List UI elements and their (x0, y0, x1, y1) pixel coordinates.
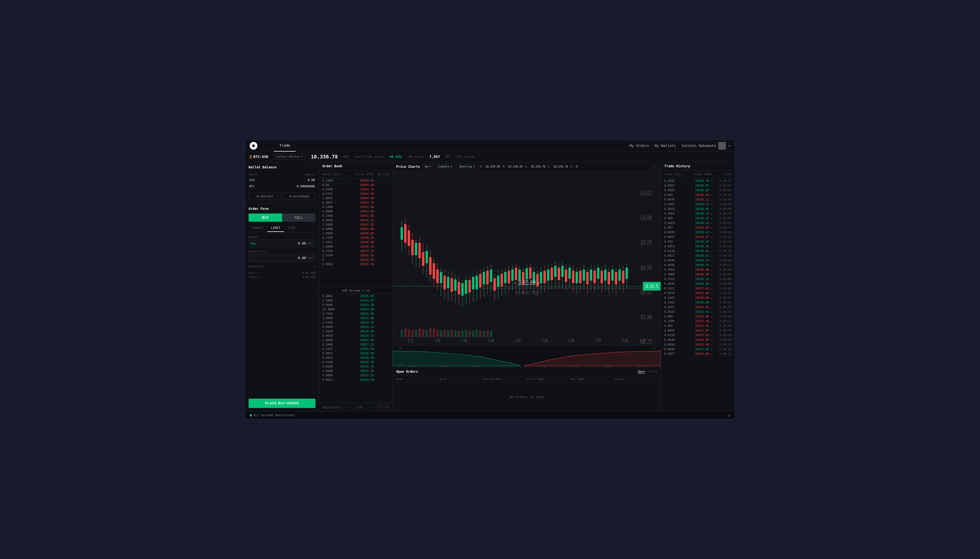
advanced-row[interactable]: Advanced ▾ (249, 265, 315, 268)
sell-button[interactable]: SELL (282, 213, 316, 222)
table-row[interactable]: 0.002110324.50- (319, 377, 393, 382)
table-row[interactable]: 2.000010342.85- (319, 209, 393, 213)
table-row[interactable]: 0.600010341.80- (319, 227, 393, 231)
table-row[interactable]: 0.100010342.90- (319, 205, 393, 209)
table-row[interactable]: 0.0110344.40- (319, 183, 393, 187)
table-row[interactable]: 25.300010333.00- (319, 307, 393, 311)
c-value: 10,336.78 (553, 165, 568, 168)
candle-chart-area[interactable]: $10,425 $10,400 $10,375 $10,350 $10,325 … (393, 171, 661, 345)
svg-rect-50 (440, 272, 443, 283)
svg-rect-138 (597, 268, 600, 279)
table-row[interactable]: 3.000010331.00- (319, 316, 393, 320)
wallet-table: Asset Amount USD 0.00 BTC 0.00000000 (249, 172, 315, 190)
max-button[interactable]: Max (251, 242, 256, 245)
table-row[interactable]: 0.098410333.50- (319, 303, 393, 307)
chevron-down-icon[interactable]: ▾ (728, 144, 730, 148)
th-col-size: Trade Size (664, 173, 683, 176)
open-orders-tabs: Open Fills (638, 370, 657, 374)
table-row[interactable]: 0.592210344.30- (319, 192, 393, 196)
chevron-down-icon: ▾ (313, 265, 315, 268)
withdraw-button[interactable]: ⊖ WITHDRAW (283, 193, 316, 200)
table-row[interactable]: 6.000010325.25- (319, 373, 393, 377)
limit-price-input-wrapper: 0.00 USD (249, 254, 315, 262)
my-orders-btn[interactable]: My Orders (630, 144, 649, 148)
limit-price-value[interactable]: 0.00 (251, 256, 306, 260)
svg-rect-116 (558, 268, 560, 280)
list-item: 0.001610331.00 ↘9:48:24 (661, 342, 735, 347)
chart-nav-right[interactable]: › (652, 164, 657, 169)
table-row[interactable]: 2.414410336.55- (319, 253, 393, 258)
tab-market[interactable]: MARKET (249, 225, 267, 232)
table-row[interactable]: 2.000010341.95- (319, 222, 393, 227)
table-row[interactable]: 0.003710326.45- (319, 351, 393, 356)
table-row[interactable]: 1.000010340.65- (319, 231, 393, 235)
amount-value[interactable]: 0.00 (258, 241, 306, 245)
table-row[interactable]: 0.068810342.15- (319, 218, 393, 222)
table-row[interactable]: 1.000010327.95- (319, 338, 393, 342)
table-row[interactable]: 1.000010325.45- (319, 369, 393, 373)
deposit-button[interactable]: ⊕ DEPOSIT (249, 193, 281, 200)
svg-rect-32 (408, 230, 410, 246)
svg-rect-130 (583, 270, 585, 281)
trading-pair: BTC-USD (253, 155, 269, 159)
table-row[interactable]: 1.290410329.35- (319, 320, 393, 325)
timeframe-control[interactable]: 5m ▾ (422, 164, 434, 169)
table-row[interactable]: 0.004710343.75- (319, 200, 393, 205)
tab-fills[interactable]: Fills (648, 370, 657, 374)
agg-plus-btn[interactable]: + (384, 405, 389, 410)
table-row[interactable]: 0.759910332.90- (319, 311, 393, 316)
table-row[interactable]: 0.050010325.75- (319, 364, 393, 369)
l-label: L: (525, 165, 528, 168)
table-row[interactable]: 3.140010344.45- (319, 178, 393, 183)
select-market-btn[interactable]: Select Market ▾ (274, 154, 305, 160)
table-row[interactable]: 0.132010337.35- (319, 249, 393, 253)
svg-text:$10,180: $10,180 (408, 365, 415, 367)
my-wallets-btn[interactable]: My Wallets (655, 144, 676, 148)
settings-icon[interactable]: ⚙ (728, 413, 730, 418)
table-row[interactable]: 3.026810329.00- (319, 329, 393, 333)
table-row[interactable]: 1.437110340.00- (319, 240, 393, 244)
chart-type-control[interactable]: Candle ▾ (436, 164, 455, 169)
table-row[interactable]: 0.299910344.35- (319, 187, 393, 192)
total-value: 0.00 USD (302, 276, 315, 279)
table-row[interactable]: 0.002310326.40- (319, 356, 393, 360)
o-value: 10,338.05 (485, 165, 500, 168)
user-avatar[interactable] (718, 142, 726, 150)
table-row[interactable]: 0.102210326.50- (319, 347, 393, 351)
buy-button[interactable]: BUY (249, 213, 282, 222)
table-row[interactable]: 0.100010342.65- (319, 213, 393, 218)
app-container: Trade My Orders My Wallets Satoshi Nakam… (245, 140, 735, 419)
svg-rect-70 (476, 276, 478, 289)
table-row[interactable]: 0.100010327.25- (319, 342, 393, 347)
tab-open[interactable]: Open (638, 370, 645, 374)
depth-chart-area[interactable]: -300 -130 300 $10,180 $10,230 $10,280 $1… (393, 345, 661, 367)
svg-rect-180 (490, 331, 492, 337)
list-item: 0.009310338.42 ↗9:49:30 (661, 230, 735, 234)
svg-rect-152 (622, 271, 624, 283)
svg-rect-114 (554, 266, 557, 277)
table-row[interactable]: 2.500010334.95- (319, 298, 393, 303)
th-col-time: Time (712, 173, 731, 176)
overlay-control[interactable]: Overlay ▾ (457, 164, 478, 169)
volume-label: 24h volume (457, 155, 475, 159)
table-row[interactable]: 0.099910329.25- (319, 325, 393, 329)
table-row[interactable]: 1.000710344.00- (319, 196, 393, 200)
svg-rect-86 (504, 272, 506, 283)
svg-rect-148 (615, 272, 617, 284)
tab-limit[interactable]: LIMIT (267, 225, 284, 232)
btc-asset: BTC (249, 184, 270, 189)
table-row[interactable]: 010336.35- (319, 258, 393, 262)
table-row[interactable]: 0.001010328.15- (319, 333, 393, 338)
svg-rect-80 (493, 278, 496, 291)
agg-minus-btn[interactable]: − (378, 405, 383, 410)
nav-tab-trade[interactable]: Trade (274, 140, 296, 152)
table-row[interactable]: 0.616810326.30- (319, 360, 393, 364)
table-row[interactable]: 5.601010336.30- (319, 262, 393, 266)
table-row[interactable]: 0.404510335.05- (319, 294, 393, 298)
table-row[interactable]: 0.759910340.35- (319, 235, 393, 240)
tab-stop[interactable]: STOP (284, 225, 299, 232)
table-row[interactable]: 3.000010339.25- (319, 244, 393, 249)
place-order-button[interactable]: PLACE BUY ORDER (249, 399, 315, 408)
logo[interactable] (250, 142, 257, 150)
price-charts-panel: Price Charts 5m ▾ Candle ▾ Overlay ▾ O: … (393, 162, 661, 411)
